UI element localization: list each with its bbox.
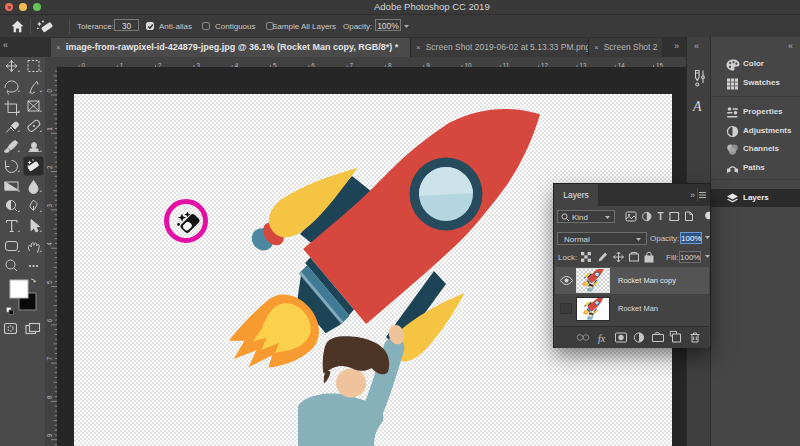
- svg-text:7: 7: [46, 357, 53, 361]
- svg-text:fx: fx: [598, 333, 606, 344]
- svg-text:1: 1: [46, 127, 53, 131]
- svg-text:5: 5: [46, 280, 53, 284]
- svg-text:6: 6: [46, 318, 53, 322]
- svg-text:4: 4: [46, 242, 53, 246]
- svg-text:T: T: [658, 211, 664, 222]
- svg-text:9: 9: [46, 433, 53, 437]
- svg-text:8: 8: [46, 395, 53, 399]
- svg-text:2: 2: [46, 165, 53, 169]
- svg-text:0: 0: [46, 89, 53, 93]
- svg-text:3: 3: [46, 203, 53, 207]
